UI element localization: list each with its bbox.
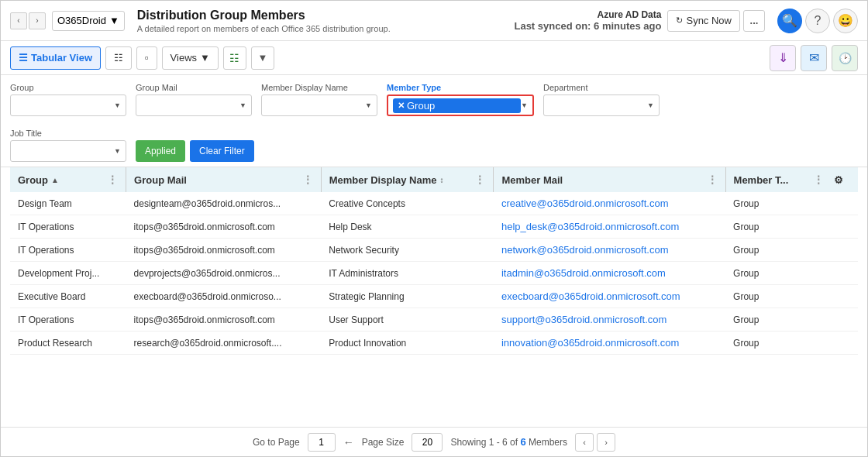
nav-back-button[interactable]: ‹ (10, 12, 27, 29)
sync-title: Azure AD Data (514, 9, 661, 20)
cell-member-display-name: Network Security (321, 239, 494, 262)
cell-member-type: Group (725, 215, 858, 239)
group-mail-chevron-icon: ▼ (239, 101, 246, 109)
user-button[interactable]: 😀 (833, 9, 858, 33)
data-table: Group ▲ ⋮ Group Mail ⋮ Member Disp (10, 167, 858, 355)
download-button[interactable]: ⇓ (770, 45, 796, 71)
cell-member-display-name: Product Innovation (321, 332, 494, 355)
department-filter-select[interactable]: ▼ (543, 94, 660, 116)
table-row: Executive Board execboard@o365droid.onmi… (10, 285, 858, 308)
department-chevron-icon: ▼ (647, 101, 654, 109)
page-number-input[interactable] (308, 433, 336, 452)
member-type-filter-select[interactable]: ✕ Group ▼ (387, 94, 534, 116)
filter-tag-close-icon[interactable]: ✕ (398, 101, 405, 111)
sync-section: Azure AD Data Last synced on: 6 minutes … (514, 9, 765, 32)
cell-group-mail: designteam@o365droid.onmicros... (126, 192, 322, 215)
more-options-button[interactable]: ... (743, 10, 765, 32)
cell-member-mail: execboard@o365droid.onmicrosoft.com (494, 285, 725, 308)
table-row: Development Proj... devprojects@o365droi… (10, 262, 858, 285)
pagination-nav: ‹ › (575, 433, 615, 452)
filter-button[interactable]: ☷ (223, 46, 246, 70)
sync-now-button[interactable]: ↻ Sync Now (667, 10, 740, 32)
filter-row: Group ▼ Group Mail ▼ Member Display Name… (1, 75, 867, 167)
prev-page-button[interactable]: ‹ (575, 433, 594, 452)
next-page-button[interactable]: › (597, 433, 615, 452)
nav-forward-button[interactable]: › (29, 12, 46, 29)
clear-filter-button[interactable]: Clear Filter (190, 140, 254, 162)
schedule-button[interactable]: 🕑 (832, 45, 858, 71)
cell-member-mail: support@o365droid.onmicrosoft.com (494, 308, 725, 332)
sync-icon: ↻ (676, 15, 683, 26)
cell-group-mail: research@o365droid.onmicrosoft.... (126, 332, 322, 355)
filter-group-group: Group ▼ (10, 83, 126, 116)
search-button[interactable]: 🔍 (777, 9, 802, 33)
cell-member-display-name: Help Desk (321, 215, 494, 239)
cell-member-mail: network@o365droid.onmicrosoft.com (494, 239, 725, 262)
card-view-button[interactable]: ☷ (105, 46, 132, 70)
email-button[interactable]: ✉ (801, 45, 827, 71)
applied-button[interactable]: Applied (136, 140, 185, 162)
cell-member-type: Group (725, 308, 858, 332)
group-mail-col-menu-icon[interactable]: ⋮ (302, 174, 313, 186)
filter-dropdown-button[interactable]: ▼ (251, 46, 274, 70)
cell-member-display-name: IT Administrators (321, 262, 494, 285)
group-col-menu-icon[interactable]: ⋮ (107, 174, 118, 186)
workspace-selector[interactable]: O365Droid ▼ (52, 11, 125, 31)
group-mail-filter-select[interactable]: ▼ (136, 94, 252, 116)
chart-icon: ▫ (145, 52, 149, 64)
cell-member-mail: help_desk@o365droid.onmicrosoft.com (494, 215, 725, 239)
pagination: Go to Page ← Page Size Showing 1 - 6 of … (1, 427, 867, 456)
cell-group: Product Research (10, 332, 126, 355)
member-display-name-chevron-icon: ▼ (365, 101, 372, 109)
table-body: Design Team designteam@o365droid.onmicro… (10, 192, 858, 355)
filter-actions: Applied Clear Filter (136, 140, 254, 162)
filter-group-job-title: Job Title ▼ (10, 129, 126, 162)
cell-group-mail: itops@o365droid.onmicrosoft.com (126, 239, 322, 262)
cell-member-display-name: Creative Concepts (321, 192, 494, 215)
member-type-filter-label: Member Type (387, 83, 534, 92)
page-arrow-icon[interactable]: ← (343, 436, 354, 448)
col-header-group: Group ▲ ⋮ (10, 167, 126, 192)
cell-group: Design Team (10, 192, 126, 215)
toolbar: ☰ Tabular View ☷ ▫ Views ▼ ☷ ▼ ⇓ ✉ 🕑 (1, 41, 867, 75)
member-type-chevron-icon: ▼ (521, 101, 528, 109)
help-button[interactable]: ? (805, 9, 830, 33)
job-title-filter-select[interactable]: ▼ (10, 140, 126, 162)
table-row: Design Team designteam@o365droid.onmicro… (10, 192, 858, 215)
col-header-member-mail: Member Mail ⋮ (494, 167, 725, 192)
cell-group-mail: itops@o365droid.onmicrosoft.com (126, 215, 322, 239)
views-button[interactable]: Views ▼ (162, 46, 219, 70)
chart-view-button[interactable]: ▫ (136, 46, 157, 70)
cell-group-mail: itops@o365droid.onmicrosoft.com (126, 308, 322, 332)
workspace-chevron-icon: ▼ (109, 15, 119, 26)
table-row: IT Operations itops@o365droid.onmicrosof… (10, 215, 858, 239)
report-title-section: Distribution Group Members A detailed re… (137, 9, 515, 33)
cell-group: Development Proj... (10, 262, 126, 285)
member-name-col-menu-icon[interactable]: ⋮ (474, 174, 485, 186)
sync-subtitle: Last synced on: 6 minutes ago (514, 20, 661, 32)
table-icon: ☰ (19, 52, 28, 64)
nav-buttons: ‹ › (10, 12, 46, 29)
cell-member-type: Group (725, 262, 858, 285)
workspace-name: O365Droid (57, 15, 106, 26)
job-title-filter-label: Job Title (10, 129, 126, 138)
filter-group-department: Department ▼ (543, 83, 660, 116)
cell-member-mail: creative@o365droid.onmicrosoft.com (494, 192, 725, 215)
cell-group: IT Operations (10, 239, 126, 262)
tabular-view-button[interactable]: ☰ Tabular View (10, 46, 101, 70)
member-type-col-menu-icon[interactable]: ⋮ (813, 174, 824, 186)
sync-info: Azure AD Data Last synced on: 6 minutes … (514, 9, 661, 32)
views-chevron-icon: ▼ (200, 52, 210, 64)
cell-member-type: Group (725, 332, 858, 355)
group-filter-select[interactable]: ▼ (10, 94, 126, 116)
page-size-label: Page Size (362, 437, 405, 448)
column-settings-icon[interactable]: ⚙ (827, 174, 850, 186)
filter-group-mail: Group Mail ▼ (136, 83, 252, 116)
cell-member-display-name: User Support (321, 308, 494, 332)
table-row: IT Operations itops@o365droid.onmicrosof… (10, 239, 858, 262)
page-size-input[interactable] (412, 433, 443, 452)
member-display-name-filter-select[interactable]: ▼ (261, 94, 377, 116)
member-mail-col-menu-icon[interactable]: ⋮ (707, 174, 718, 186)
col-header-group-mail: Group Mail ⋮ (126, 167, 322, 192)
filter-second-row: Job Title ▼ Applied Clear Filter (10, 129, 858, 162)
